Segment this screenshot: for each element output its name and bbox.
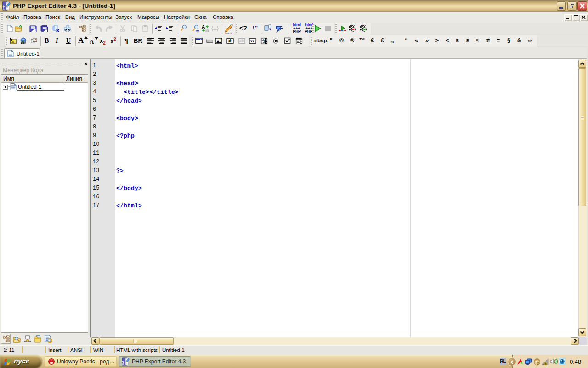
svg-text:PhP: PhP — [122, 361, 124, 365]
svg-text:ab: ab — [239, 39, 244, 43]
svg-text:ab: ab — [228, 39, 232, 43]
svg-text:B: B — [205, 28, 209, 33]
svg-text:cd: cd — [262, 41, 265, 44]
svg-text:A: A — [202, 24, 205, 29]
svg-text:PhP: PhP — [2, 5, 5, 10]
svg-text:xx: xx — [250, 39, 254, 43]
